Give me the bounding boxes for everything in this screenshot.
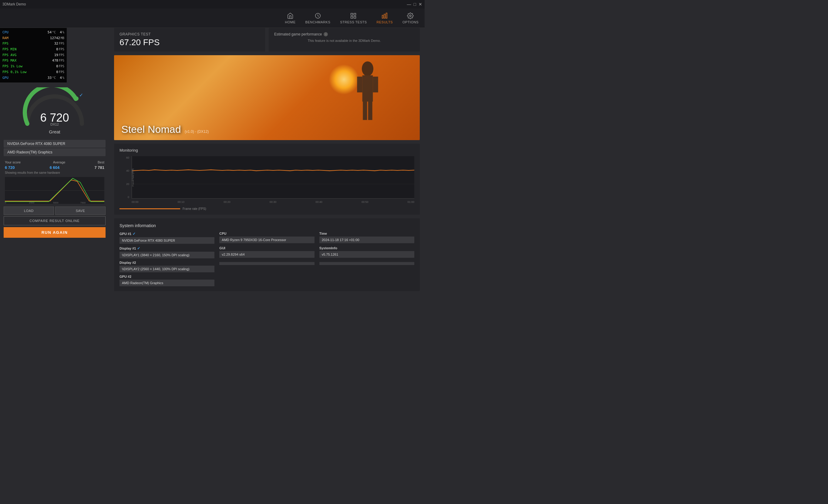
score-area: 6 720 DX12 ✓ Great bbox=[0, 82, 109, 139]
legend-label: Frame rate (FPS) bbox=[182, 207, 206, 210]
svg-text:0: 0 bbox=[5, 201, 6, 204]
chart-y-axis: 60 40 20 0 bbox=[120, 156, 130, 199]
hw-fpsmax-val: 478 bbox=[52, 58, 58, 62]
graphics-test-fps: 67.20 FPS bbox=[120, 38, 260, 47]
gpu2-val: AMD Radeon(TM) Graphics bbox=[120, 280, 214, 286]
mini-chart-svg: 0 2500 5000 7500 bbox=[5, 177, 104, 204]
hw-ram-label: RAM bbox=[2, 36, 8, 41]
chart-legend: Frame rate (FPS) bbox=[120, 207, 414, 210]
sysinfo-item: SystemInfo v5.75.1261 bbox=[319, 246, 414, 258]
empty2-item bbox=[319, 261, 414, 272]
gpu2-row: AMD Radeon(TM) Graphics bbox=[4, 148, 106, 156]
average-label: Average bbox=[53, 160, 66, 164]
graphics-test-title: Graphics test bbox=[120, 32, 260, 36]
legend-line bbox=[120, 208, 180, 209]
cpu-key: CPU bbox=[219, 232, 314, 235]
hw-fpsmin-label: FPS MIN bbox=[2, 47, 16, 52]
benchmarks-icon bbox=[315, 12, 321, 19]
top-cards-row: Graphics test 67.20 FPS Estimated game p… bbox=[114, 28, 420, 51]
x-test-label-svg: graphics test bbox=[131, 169, 134, 193]
maximize-button[interactable]: □ bbox=[414, 2, 416, 7]
monitoring-section: Monitoring 60 40 20 0 Frame rate (FPS) g… bbox=[114, 144, 420, 215]
hw-fps1low-label: FPS 1% Low bbox=[2, 64, 23, 70]
app-title: 3DMark Demo bbox=[2, 2, 26, 6]
nav-results[interactable]: RESULTS bbox=[377, 12, 393, 24]
sysinfo-key: SystemInfo bbox=[319, 246, 414, 250]
game-perf-info-icon[interactable]: i bbox=[324, 32, 328, 36]
right-panel: Graphics test 67.20 FPS Estimated game p… bbox=[109, 28, 425, 504]
svg-rect-21 bbox=[363, 101, 367, 120]
gui-item: GUI v2.29.8294 s64 bbox=[219, 246, 314, 258]
time-item: Time 2024-11-18 17:16 +01:00 bbox=[319, 232, 414, 244]
close-button[interactable]: ✕ bbox=[419, 2, 422, 7]
banner-game-title: Steel Nomad bbox=[121, 123, 181, 135]
save-button[interactable]: SAVE bbox=[55, 207, 106, 215]
average-val: 6 604 bbox=[50, 165, 60, 170]
gpu2-item: GPU #2 AMD Radeon(TM) Graphics bbox=[120, 275, 214, 286]
hw-fps-label: FPS bbox=[2, 41, 8, 47]
main-chart-svg bbox=[132, 156, 414, 198]
results-icon bbox=[381, 12, 388, 19]
best-val: 7 781 bbox=[94, 165, 104, 170]
gpu1-check-icon: ✓ bbox=[132, 232, 135, 236]
score-gauge: 6 720 DX12 ✓ bbox=[21, 87, 88, 127]
your-score-val: 6 720 bbox=[5, 165, 15, 170]
minimize-button[interactable]: — bbox=[407, 2, 411, 7]
hw-fpsmax-label: FPS MAX bbox=[2, 58, 16, 64]
display1-item: Display #1 ✓ \\DISPLAY1 (3840 × 2160, 15… bbox=[120, 246, 214, 258]
mini-chart: 0 2500 5000 7500 bbox=[5, 177, 104, 204]
load-save-row: LOAD SAVE bbox=[4, 207, 106, 215]
hw-gpu-temp: 33 bbox=[48, 76, 51, 80]
left-panel: CPU 54°C 4% RAM 12742MB FPS 32FPS FPS MI… bbox=[0, 28, 109, 504]
svg-text:7500: 7500 bbox=[80, 201, 86, 204]
svg-rect-22 bbox=[368, 101, 372, 120]
gpu1-val: NVIDIA GeForce RTX 4080 SUPER bbox=[120, 237, 214, 244]
hw-fps-val: 32 bbox=[54, 42, 58, 45]
compare-button[interactable]: COMPARE RESULT ONLINE bbox=[4, 216, 106, 225]
hw-fps01low-val: 0 bbox=[56, 70, 58, 74]
gpu1-row: NVIDIA GeForce RTX 4080 SUPER bbox=[4, 140, 106, 148]
gui-val: v2.29.8294 s64 bbox=[219, 251, 314, 258]
banner-character bbox=[352, 58, 383, 137]
score-dx-label: DX12 bbox=[50, 123, 59, 126]
svg-rect-5 bbox=[382, 15, 383, 18]
svg-point-9 bbox=[74, 96, 79, 101]
game-perf-title: Estimated game performance i bbox=[274, 32, 414, 36]
your-score-label: Your score bbox=[5, 160, 20, 164]
nav-results-label: RESULTS bbox=[377, 20, 393, 24]
hw-gpu-pct: 4 bbox=[60, 76, 62, 80]
score-grade: Great bbox=[49, 129, 60, 134]
gui-key: GUI bbox=[219, 246, 314, 250]
graphics-test-card: Graphics test 67.20 FPS bbox=[114, 28, 265, 51]
display2-item: Display #2 \\DISPLAY2 (2560 × 1440, 100%… bbox=[120, 261, 214, 272]
load-button[interactable]: LOAD bbox=[4, 207, 54, 215]
display2-val: \\DISPLAY2 (2560 × 1440, 100% DPI scalin… bbox=[120, 266, 214, 272]
gpu1-key: GPU #1 ✓ bbox=[120, 232, 214, 236]
nav-home-label: HOME bbox=[285, 20, 296, 24]
banner-version: (v1.0) - (DX12) bbox=[185, 129, 209, 134]
system-info-section: System information GPU #1 ✓ NVIDIA GeFor… bbox=[114, 218, 420, 291]
comparison-subtitle: Showing results from the same hardware bbox=[5, 171, 104, 174]
svg-rect-2 bbox=[354, 13, 356, 15]
nav-benchmarks-label: BENCHMARKS bbox=[305, 20, 331, 24]
svg-rect-19 bbox=[357, 77, 362, 92]
gpu1-item: GPU #1 ✓ NVIDIA GeForce RTX 4080 SUPER bbox=[120, 232, 214, 244]
game-perf-note: This feature is not available in the 3DM… bbox=[274, 39, 414, 42]
game-perf-card: Estimated game performance i This featur… bbox=[269, 28, 420, 51]
nav-benchmarks[interactable]: BENCHMARKS bbox=[305, 12, 331, 24]
cpu-val: AMD Ryzen 9 7950X3D 16-Core Processor bbox=[219, 237, 314, 243]
nav-home[interactable]: HOME bbox=[285, 12, 296, 24]
nav-stress-tests[interactable]: STRESS TESTS bbox=[340, 12, 367, 24]
hw-fps1low-val: 0 bbox=[56, 64, 58, 68]
svg-rect-4 bbox=[354, 16, 356, 18]
svg-rect-20 bbox=[373, 77, 378, 92]
svg-rect-7 bbox=[386, 13, 387, 18]
nav-options[interactable]: OPTIONS bbox=[403, 12, 419, 24]
comparison-header: Your score Average Best bbox=[5, 160, 104, 164]
comparison-values: 6 720 6 604 7 781 bbox=[5, 165, 104, 170]
run-again-button[interactable]: RUN AGAIN bbox=[4, 227, 106, 238]
hw-cpu-temp: 54 bbox=[48, 30, 51, 34]
banner-image: Steel Nomad (v1.0) - (DX12) bbox=[114, 55, 420, 140]
nav-items: HOME BENCHMARKS STRESS TESTS RESULTS OPT… bbox=[285, 12, 419, 24]
chart-container: 60 40 20 0 Frame rate (FPS) graphics tes… bbox=[120, 156, 414, 205]
